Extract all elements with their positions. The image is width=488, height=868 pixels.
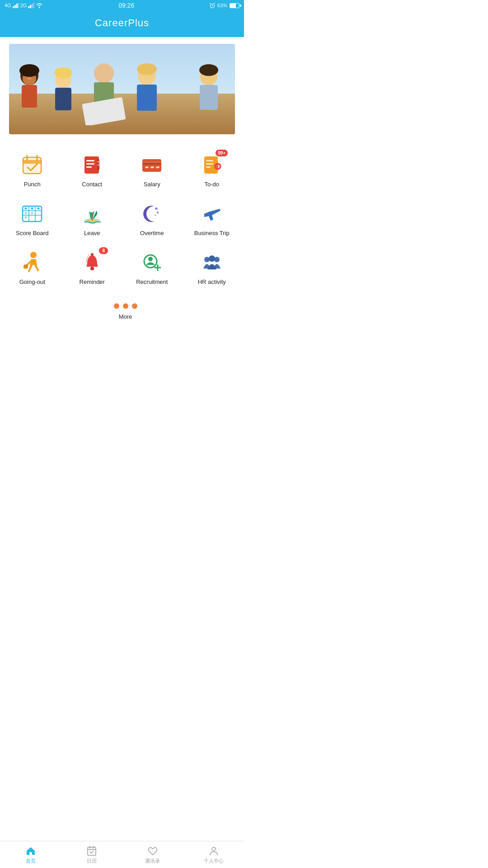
svg-rect-40 — [98, 161, 99, 163]
svg-rect-45 — [150, 166, 154, 168]
menu-item-reminder[interactable]: 8 Reminder — [65, 245, 120, 290]
more-dots — [114, 303, 137, 309]
person5 — [190, 64, 228, 123]
svg-rect-37 — [86, 163, 94, 165]
svg-point-15 — [19, 64, 39, 77]
svg-point-85 — [214, 257, 220, 262]
going-out-icon-container — [20, 250, 45, 275]
scoreboard-label: Score Board — [16, 230, 48, 236]
svg-point-86 — [209, 255, 215, 262]
svg-rect-51 — [206, 166, 211, 168]
svg-point-17 — [27, 77, 32, 80]
svg-rect-50 — [206, 163, 213, 165]
svg-rect-23 — [82, 97, 126, 125]
svg-rect-3 — [18, 3, 19, 8]
punch-icon — [21, 154, 43, 176]
svg-point-21 — [94, 63, 114, 83]
svg-rect-47 — [142, 162, 161, 163]
todo-label: To-do — [204, 181, 219, 188]
svg-rect-44 — [145, 166, 149, 168]
todo-badge: 99+ — [216, 150, 228, 156]
svg-rect-0 — [13, 6, 14, 8]
business-trip-label: Business Trip — [194, 230, 230, 236]
svg-point-61 — [31, 207, 33, 209]
salary-icon-container — [140, 152, 164, 177]
svg-rect-49 — [206, 160, 213, 161]
signal2-icon — [28, 3, 34, 8]
todo-icon — [201, 154, 223, 176]
menu-item-punch[interactable]: Punch — [5, 148, 60, 192]
svg-rect-42 — [142, 159, 161, 172]
svg-point-71 — [155, 214, 156, 216]
svg-rect-41 — [98, 164, 99, 166]
svg-point-19 — [54, 67, 72, 78]
hr-activity-icon-container — [199, 250, 224, 275]
svg-marker-69 — [155, 207, 158, 210]
battery-icon — [230, 3, 239, 8]
svg-point-60 — [25, 207, 27, 209]
svg-rect-16 — [22, 85, 37, 108]
svg-rect-30 — [23, 157, 41, 174]
dot3 — [132, 303, 137, 309]
menu-item-salary[interactable]: Salary — [124, 148, 180, 192]
menu-item-scoreboard[interactable]: Score Board — [5, 197, 60, 241]
person3 — [81, 60, 127, 125]
svg-line-73 — [29, 265, 32, 271]
svg-rect-79 — [91, 253, 94, 255]
menu-grid: Punch Contact — [0, 141, 244, 297]
business-trip-icon-container — [199, 201, 224, 226]
app-header: CareerPlus — [0, 11, 244, 37]
salary-label: Salary — [144, 181, 160, 188]
svg-line-12 — [214, 3, 215, 4]
contact-icon — [81, 154, 103, 176]
leave-label: Leave — [84, 230, 100, 236]
leave-icon-container — [80, 201, 104, 226]
scoreboard-icon — [21, 203, 43, 225]
svg-point-81 — [148, 257, 153, 261]
menu-item-overtime[interactable]: Overtime — [124, 197, 180, 241]
svg-rect-35 — [84, 156, 99, 174]
menu-item-leave[interactable]: Leave — [65, 197, 120, 241]
punch-icon-container — [20, 152, 45, 177]
svg-rect-20 — [55, 88, 71, 110]
status-bar: 4G 2G 09:26 63% — [0, 0, 244, 11]
more-label: More — [119, 313, 132, 320]
menu-item-recruitment[interactable]: Recruitment — [124, 245, 180, 290]
recruitment-icon-container — [140, 250, 164, 275]
hr-activity-label: HR activity — [198, 278, 226, 285]
scoreboard-icon-container — [20, 201, 45, 226]
svg-rect-4 — [28, 6, 29, 8]
svg-line-11 — [210, 3, 211, 4]
svg-rect-29 — [200, 85, 218, 110]
menu-item-hr-activity[interactable]: HR activity — [184, 245, 240, 290]
reminder-icon — [81, 251, 103, 274]
status-left: 4G 2G — [5, 3, 43, 8]
leave-icon — [81, 203, 103, 225]
menu-item-todo[interactable]: 99+ To-do — [184, 148, 240, 192]
overtime-icon-container — [140, 201, 164, 226]
battery-pct: 63% — [217, 3, 227, 8]
menu-item-more[interactable]: More — [7, 297, 244, 325]
going-out-label: Going-out — [19, 278, 45, 285]
svg-rect-26 — [137, 85, 157, 111]
banner-image — [9, 44, 235, 134]
time-display: 09:26 — [118, 2, 134, 9]
contact-icon-container — [80, 152, 104, 177]
menu-item-contact[interactable]: Contact — [65, 148, 120, 192]
person2 — [45, 67, 81, 122]
dot1 — [114, 303, 119, 309]
menu-item-business-trip[interactable]: Business Trip — [184, 197, 240, 241]
menu-item-going-out[interactable]: Going-out — [5, 245, 60, 290]
status-right: 63% — [210, 3, 239, 8]
reminder-badge: 8 — [99, 247, 108, 254]
recruitment-icon — [141, 251, 163, 274]
svg-point-64 — [31, 212, 33, 214]
svg-point-65 — [25, 216, 27, 218]
svg-point-62 — [38, 207, 40, 209]
app-title: CareerPlus — [95, 17, 149, 28]
svg-point-84 — [204, 257, 210, 262]
punch-label: Punch — [24, 181, 41, 188]
svg-point-54 — [217, 167, 218, 168]
svg-rect-6 — [32, 4, 33, 8]
svg-rect-2 — [16, 4, 18, 8]
